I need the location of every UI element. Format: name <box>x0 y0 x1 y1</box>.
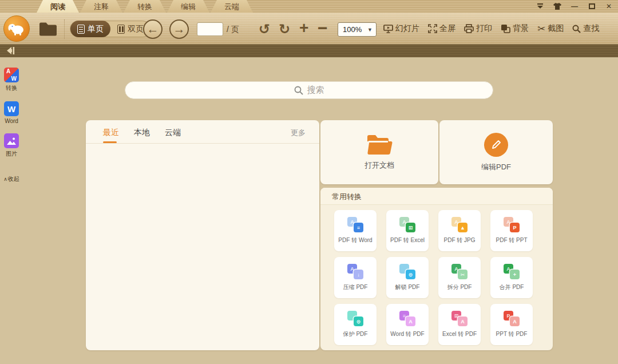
tile-ppt-to-pdf[interactable]: P A PPT 转 PDF <box>490 304 533 345</box>
chevron-up-icon: ∧ <box>3 176 7 182</box>
main-toolbar: 单页 双页 ← → / 页 ↻ ↻ + − 100% ▼ <box>0 13 618 45</box>
background-button[interactable]: 背景 <box>501 23 529 34</box>
tile-label: PDF 转 PPT <box>496 236 527 244</box>
toolbar-tools: 幻灯片 全屏 打印 <box>383 13 599 45</box>
arrow-left-bar-icon <box>6 46 16 55</box>
find-button[interactable]: 查找 <box>572 23 599 34</box>
conversions-title: 常用转换 <box>320 188 553 205</box>
app-logo[interactable] <box>3 15 30 42</box>
ppt-to-pdf-icon: P A <box>504 311 520 326</box>
tile-label: PDF 转 JPG <box>443 236 475 244</box>
doc-front-icon: ⊞ <box>406 223 415 232</box>
tile-pdf-to-jpg[interactable]: A ▲ PDF 转 JPG <box>438 210 481 251</box>
doc-front-icon: + <box>510 270 520 279</box>
lock-icon: ⊙ <box>354 316 363 326</box>
close-button[interactable]: ✕ <box>603 1 615 11</box>
tile-merge-pdf[interactable]: A + 合并 PDF <box>490 257 533 298</box>
tile-word-to-pdf[interactable]: ≡ A Word 转 PDF <box>386 304 429 345</box>
tab-edit[interactable]: 编辑 <box>167 0 209 13</box>
zoom-level-select[interactable]: 100% ▼ <box>338 22 377 37</box>
zoom-in-button[interactable]: + <box>299 19 308 37</box>
fullscreen-button[interactable]: 全屏 <box>428 23 455 34</box>
files-tab-recent[interactable]: 最近 <box>103 128 119 143</box>
undo-icon[interactable]: ↻ <box>259 21 270 37</box>
conversions-panel: 常用转换 A ≡ PDF 转 Word A ⊞ PDF 转 Excel A <box>320 188 553 350</box>
files-tab-cloud[interactable]: 云端 <box>165 128 181 143</box>
doc-front-icon: ✂ <box>458 270 468 279</box>
tile-label: Excel 转 PDF <box>442 330 477 338</box>
edit-pdf-label: 编辑PDF <box>481 162 511 172</box>
tab-convert[interactable]: 转换 <box>124 0 166 13</box>
doc-front-icon: ↓ <box>354 270 363 279</box>
double-page-icon <box>117 25 125 34</box>
files-panel-tabs: 最近 本地 云端 更多 <box>86 120 319 144</box>
split-pdf-icon: A ✂ <box>451 264 468 279</box>
tile-label: PDF 转 Word <box>338 236 372 244</box>
rail-item-word[interactable]: W Word <box>4 101 19 124</box>
conversions-grid: A ≡ PDF 转 Word A ⊞ PDF 转 Excel A ▲ PDF 转… <box>320 205 553 345</box>
minimize-button[interactable]: — <box>569 1 580 11</box>
collapse-ribbon-icon[interactable] <box>534 1 546 11</box>
slideshow-button[interactable]: 幻灯片 <box>383 23 419 34</box>
tab-read[interactable]: 阅读 <box>37 0 79 13</box>
tile-pdf-to-excel[interactable]: A ⊞ PDF 转 Excel <box>386 210 429 251</box>
pdf-to-word-icon: AW <box>4 68 19 82</box>
pdf-to-excel-icon: A ⊞ <box>399 217 415 232</box>
open-document-card[interactable]: 打开文档 <box>320 120 438 184</box>
zoom-out-button[interactable]: − <box>318 18 328 38</box>
compress-pdf-icon: A ↓ <box>347 264 363 279</box>
next-page-button[interactable]: → <box>169 19 189 39</box>
previous-page-button[interactable]: ← <box>143 19 163 39</box>
tile-protect-pdf[interactable]: ⊙ 保护 PDF <box>334 304 377 345</box>
doc-front-icon: A <box>458 316 468 326</box>
fullscreen-icon <box>428 24 437 33</box>
page-number-input[interactable] <box>197 22 223 36</box>
single-page-icon <box>77 25 85 34</box>
find-label: 查找 <box>583 23 599 34</box>
maximize-button[interactable] <box>586 1 597 11</box>
edit-pdf-card[interactable]: 编辑PDF <box>439 120 553 184</box>
zoom-level-value: 100% <box>338 25 367 34</box>
rail-collapse-button[interactable]: ∧ 收起 <box>3 175 19 183</box>
open-file-button[interactable] <box>38 20 58 38</box>
layers-icon <box>501 24 510 33</box>
rail-label: Word <box>5 118 18 124</box>
chevron-down-icon: ▼ <box>367 27 376 33</box>
pdf-to-word-icon: A ≡ <box>347 217 363 232</box>
tile-excel-to-pdf[interactable]: ⊞ A Excel 转 PDF <box>438 304 481 345</box>
tile-compress-pdf[interactable]: A ↓ 压缩 PDF <box>334 257 377 298</box>
files-tab-local[interactable]: 本地 <box>134 128 150 143</box>
pencil-circle-icon <box>484 133 508 157</box>
single-page-label: 单页 <box>88 24 104 34</box>
doc-front-icon: A <box>406 316 415 326</box>
doc-front-icon: ≡ <box>354 223 363 232</box>
open-folder-icon <box>366 134 393 155</box>
elephant-icon <box>7 20 26 37</box>
doc-front-icon: ▲ <box>458 223 468 232</box>
single-page-button[interactable]: 单页 <box>70 21 110 37</box>
collapse-sidebar-button[interactable] <box>6 46 16 57</box>
tile-pdf-to-ppt[interactable]: A P PDF 转 PPT <box>490 210 533 251</box>
tile-split-pdf[interactable]: A ✂ 拆分 PDF <box>438 257 481 298</box>
redo-icon[interactable]: ↻ <box>279 21 290 37</box>
rail-item-convert[interactable]: AW 转换 <box>4 68 19 92</box>
doc-front-icon: P <box>510 223 520 232</box>
pdf-to-jpg-icon: A ▲ <box>451 217 468 232</box>
image-icon <box>4 133 19 148</box>
rail-label: 转换 <box>6 84 17 92</box>
print-button[interactable]: 打印 <box>464 23 492 34</box>
files-more-link[interactable]: 更多 <box>291 128 306 143</box>
tile-pdf-to-word[interactable]: A ≡ PDF 转 Word <box>334 210 377 251</box>
tile-label: 合并 PDF <box>500 283 524 291</box>
ribbon-tabbar: 阅读 注释 转换 编辑 云端 <box>0 0 618 13</box>
screenshot-button[interactable]: ✂ 截图 <box>537 23 564 34</box>
tab-cloud[interactable]: 云端 <box>211 0 253 13</box>
tile-label: PPT 转 PDF <box>496 330 528 338</box>
word-icon: W <box>4 101 19 116</box>
tile-unlock-pdf[interactable]: ⊙ 解锁 PDF <box>386 257 429 298</box>
quick-tools-rail: AW 转换 W Word 图片 ∧ 收起 <box>0 57 23 364</box>
skin-theme-icon[interactable] <box>552 1 563 11</box>
rail-item-image[interactable]: 图片 <box>4 133 19 158</box>
search-bar[interactable]: 搜索 <box>125 81 493 99</box>
tab-annotate[interactable]: 注释 <box>80 0 122 13</box>
